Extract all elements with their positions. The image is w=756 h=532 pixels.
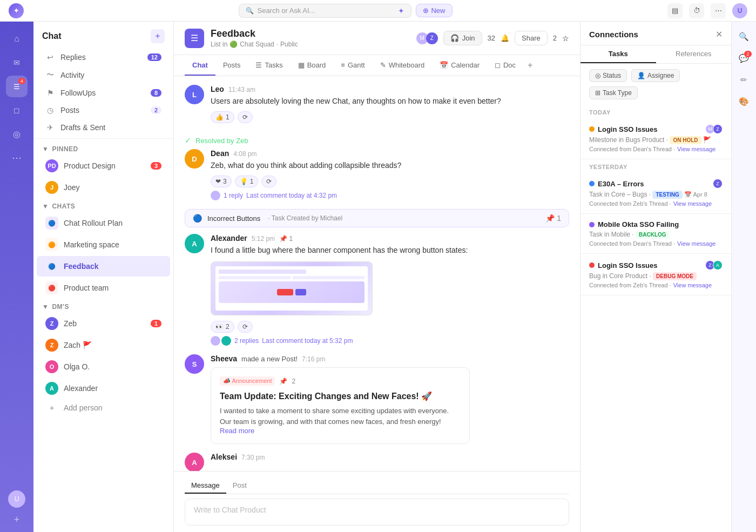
alexander-time: 5:12 pm: [252, 235, 275, 243]
tab-whiteboard[interactable]: ✎ Whiteboard: [373, 56, 432, 76]
filter-task-type[interactable]: ⊞ Task Type: [589, 86, 638, 99]
rp-search-icon[interactable]: 🔍: [735, 28, 753, 45]
star-icon[interactable]: ☆: [562, 34, 569, 43]
task-card[interactable]: 🔵 Incorrect Buttons · Task Created by Mi…: [185, 209, 569, 227]
logo[interactable]: ✦: [9, 3, 24, 18]
view-message-2[interactable]: View message: [673, 200, 712, 207]
nav-item-docs[interactable]: ◻: [6, 99, 28, 121]
conn-card-e30a[interactable]: E30A – Errors Z Task in Core – Bugs · TE…: [580, 172, 731, 214]
sidebar-item-replies[interactable]: ↩ Replies 12: [37, 49, 170, 65]
dean-reply-info[interactable]: 1 reply Last comment today at 4:32 pm: [211, 191, 569, 200]
reaction-thumbs-up[interactable]: 👍1: [211, 111, 234, 123]
alexander-reply-avatar2: [221, 336, 231, 346]
conn-card-login-sso-yesterday[interactable]: Login SSO Issues Z A Bug in Core Product…: [580, 254, 731, 295]
task-dot-icon: 🔵: [193, 214, 202, 223]
nav-item-more[interactable]: ⋯: [6, 147, 28, 169]
sidebar-header: Chat +: [33, 22, 173, 49]
conn-card-2-title: E30A – Errors: [589, 180, 644, 188]
filter-status[interactable]: ◎ Status: [589, 69, 627, 82]
bell-icon[interactable]: 🔔: [501, 34, 509, 42]
new-button[interactable]: ⊕ New: [416, 4, 452, 17]
timer-icon[interactable]: ⏱: [689, 3, 704, 18]
tab-add-button[interactable]: +: [523, 55, 537, 76]
post-pin-icon: 📌: [279, 378, 287, 385]
sidebar-item-feedback[interactable]: 🔵 Feedback: [37, 256, 170, 277]
sidebar-item-activity[interactable]: 〜 Activity: [37, 66, 170, 84]
reaction-heart[interactable]: ❤3: [211, 176, 232, 187]
rp-chat-icon[interactable]: 💬 2: [735, 50, 753, 67]
task-pin-icon: 📌 1: [545, 214, 561, 223]
view-message-4[interactable]: View message: [673, 282, 712, 288]
filter-assignee[interactable]: 👤 Assignee: [631, 69, 680, 82]
nav-item-chat[interactable]: ☰: [6, 76, 28, 97]
sidebar-item-posts[interactable]: ◷ Posts 2: [37, 102, 170, 118]
product-design-avatar: PD: [45, 159, 58, 172]
nav-item-goals[interactable]: ◎: [6, 123, 28, 145]
grid-icon[interactable]: ▤: [667, 3, 683, 18]
tab-tasks[interactable]: ☰ Tasks: [248, 56, 290, 76]
activity-label: Activity: [60, 71, 161, 79]
view-message-1[interactable]: View message: [677, 146, 716, 152]
sheeva-avatar: S: [185, 354, 204, 374]
replies-label: Replies: [60, 53, 142, 62]
apps-icon[interactable]: ⋯: [711, 3, 726, 18]
nav-user-avatar[interactable]: U: [8, 490, 25, 508]
tab-gantt[interactable]: ≡ Gantt: [333, 56, 372, 76]
sidebar-item-drafts[interactable]: ✈ Drafts & Sent: [37, 119, 170, 136]
input-tab-message[interactable]: Message: [185, 478, 226, 494]
rp-palette-icon[interactable]: 🎨: [735, 93, 753, 110]
sidebar-item-product-design[interactable]: PD Product Design 3: [37, 156, 170, 176]
join-button[interactable]: 🎧 Join: [443, 31, 482, 45]
conn-card-login-sso-today[interactable]: Login SSO Issues M Z Milestone in Bugs P…: [580, 118, 731, 159]
close-connections-button[interactable]: ✕: [716, 29, 723, 39]
squad-name: Chat Squad: [240, 41, 274, 48]
reaction-add-dean[interactable]: ⟳: [261, 176, 276, 187]
sidebar-item-olga[interactable]: O Olga O.: [37, 356, 170, 377]
sidebar-item-add-person[interactable]: + Add person: [37, 400, 170, 416]
read-more-link[interactable]: Read more: [220, 427, 461, 435]
dms-header[interactable]: ▼ DM's: [42, 303, 165, 311]
tab-doc[interactable]: ◻ Doc: [487, 56, 523, 76]
sidebar-item-joey[interactable]: J Joey: [37, 177, 170, 198]
today-label: Today: [580, 105, 731, 118]
sidebar-item-alexander[interactable]: A Alexander: [37, 378, 170, 399]
user-avatar[interactable]: U: [732, 3, 747, 18]
reaction-add-alex[interactable]: ⟳: [238, 321, 253, 333]
reaction-bulb[interactable]: 💡1: [235, 176, 259, 187]
sidebar-item-chat-rollout[interactable]: 🔵 Chat Rollout Plan: [37, 213, 170, 233]
chats-header[interactable]: ▼ Chats: [42, 203, 165, 210]
sidebar-add-button[interactable]: +: [151, 29, 165, 43]
conn-card-mobile-okta[interactable]: Mobile Okta SSO Failing Task in Mobile ·…: [580, 214, 731, 254]
tab-calendar[interactable]: 📅 Calendar: [432, 56, 487, 76]
tab-board[interactable]: ▦ Board: [291, 56, 334, 76]
reaction-add[interactable]: ⟳: [238, 111, 253, 123]
rp-edit-icon[interactable]: ✏: [735, 71, 753, 89]
aleksei-msg-header: Aleksei 7:30 pm: [211, 453, 569, 461]
sidebar-item-zeb[interactable]: Z Zeb 1: [37, 313, 170, 334]
nav-item-home[interactable]: ⌂: [6, 28, 28, 50]
sidebar-item-product-team[interactable]: 🔴 Product team: [37, 278, 170, 298]
sidebar-item-zach[interactable]: Z Zach 🚩: [37, 335, 170, 355]
conn-tab-tasks[interactable]: Tasks: [580, 45, 656, 63]
zeb-label: Zeb: [64, 319, 145, 328]
tab-chat[interactable]: Chat: [185, 56, 215, 76]
pinned-header[interactable]: ▼ Pinned: [42, 145, 165, 153]
sheeva-message-body: Sheeva made a new Post! 7:16 pm 📣 Announ…: [211, 354, 569, 444]
share-button[interactable]: Share: [515, 31, 548, 45]
reaction-eyes[interactable]: 👀2: [211, 321, 234, 333]
sidebar-item-followups[interactable]: ⚑ FollowUps 8: [37, 85, 170, 101]
mini-avatar-z2: Z: [713, 179, 723, 188]
chat-rollout-icon: 🔵: [45, 217, 58, 230]
alexander-reply-info[interactable]: 2 replies Last comment today at 5:32 pm: [211, 336, 569, 346]
search-bar[interactable]: 🔍 Search or Ask AI... ✦: [239, 4, 411, 18]
input-tab-post[interactable]: Post: [226, 478, 253, 494]
nav-add-icon[interactable]: +: [14, 514, 20, 526]
tab-posts[interactable]: Posts: [215, 56, 248, 76]
nav-item-inbox[interactable]: ✉: [6, 52, 28, 73]
view-message-3[interactable]: View message: [677, 240, 716, 247]
message-input[interactable]: Write to Chat Product: [185, 499, 569, 526]
alexander-reactions: 👀2 ⟳: [211, 321, 569, 333]
conn-tab-references[interactable]: References: [656, 45, 732, 63]
post-body: I wanted to take a moment to share some …: [220, 406, 461, 427]
sidebar-item-marketing-space[interactable]: 🟠 Marketing space: [37, 234, 170, 255]
